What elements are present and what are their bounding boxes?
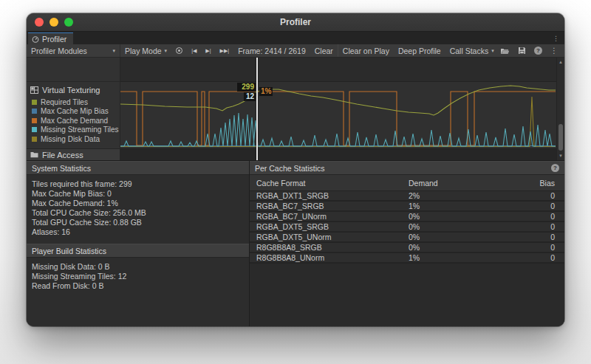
table-row[interactable]: RGBA_DXT5_SRGB0%0 xyxy=(250,222,564,233)
per-cache-pane: Per Cache Statistics ? Cache Format Dema… xyxy=(250,161,564,326)
scroll-down-icon[interactable]: ▼ xyxy=(557,154,564,158)
cell-format: R8G8B8A8_UNorm xyxy=(256,253,409,262)
player-build-statistics-header: Player Build Statistics xyxy=(27,244,249,258)
current-frame-button[interactable]: ▶▶| xyxy=(216,44,234,57)
vt-chart-canvas[interactable] xyxy=(120,82,564,148)
cell-demand: 0% xyxy=(409,233,503,241)
vt-chart-svg xyxy=(120,82,556,148)
virtual-texturing-module[interactable]: Virtual Texturing Required TilesMax Cach… xyxy=(27,82,120,148)
per-cache-table-body: RGBA_DXT1_SRGB2%0RGBA_BC7_SRGB1%0RGBA_BC… xyxy=(250,191,564,264)
table-row[interactable]: RGBA_DXT5_UNorm0%0 xyxy=(250,233,564,243)
chevron-down-icon: ▾ xyxy=(112,48,115,54)
window-title: Profiler xyxy=(27,17,564,27)
tooltip-required-tiles: 299 xyxy=(237,83,256,92)
profiler-toolbar: Profiler Modules ▾ Play Mode ▾ |◀ ▶| ▶▶|… xyxy=(27,44,564,58)
scroll-up-icon[interactable]: ▲ xyxy=(557,60,564,64)
legend-color-chip xyxy=(32,137,37,142)
cell-demand: 1% xyxy=(409,202,503,210)
table-row[interactable]: R8G8B8A8_SRGB0%0 xyxy=(250,243,564,253)
modules-sidebar: Virtual Texturing Required TilesMax Cach… xyxy=(27,58,120,160)
legend-label: Max Cache Demand xyxy=(41,117,108,125)
column-cache-format[interactable]: Cache Format xyxy=(256,179,409,188)
frame-counter: Frame: 2414 / 2619 xyxy=(233,44,310,57)
previous-module-strip xyxy=(27,58,120,82)
previous-frame-icon: |◀ xyxy=(191,48,197,54)
toolbar-menu-icon[interactable]: ⋮ xyxy=(550,47,558,55)
record-button[interactable] xyxy=(171,44,187,57)
per-cache-table-header: Cache Format Demand Bias xyxy=(250,175,564,191)
chart-series-missing-streaming-tiles xyxy=(120,113,556,146)
clear-on-play-toggle[interactable]: Clear on Play xyxy=(338,44,394,57)
system-stat-line: Total GPU Cache Size: 0.88 GB xyxy=(32,218,244,227)
tab-menu-icon[interactable]: ⋮ xyxy=(553,35,559,42)
table-row[interactable]: RGBA_BC7_UNorm0%0 xyxy=(250,212,564,222)
file-access-icon xyxy=(30,151,38,158)
vt-chart-area[interactable]: 299 12 1% ▲ ▼ xyxy=(120,58,564,160)
scrollbar-thumb[interactable] xyxy=(558,124,563,151)
cell-demand: 0% xyxy=(409,212,503,221)
charts-scrollbar[interactable]: ▲ ▼ xyxy=(556,58,564,160)
table-filler xyxy=(250,264,564,326)
cell-demand: 0% xyxy=(409,222,503,231)
column-bias[interactable]: Bias xyxy=(503,179,555,188)
legend-item-required-tiles[interactable]: Required Tiles xyxy=(32,97,120,107)
legend-color-chip xyxy=(32,127,37,132)
cell-format: R8G8B8A8_SRGB xyxy=(256,243,409,252)
vt-legend: Required TilesMax Cache Mip BiasMax Cach… xyxy=(27,96,120,144)
cell-bias: 0 xyxy=(503,233,555,241)
profiler-modules-dropdown[interactable]: Profiler Modules ▾ xyxy=(27,44,120,57)
legend-item-missing-disk-data[interactable]: Missing Disk Data xyxy=(32,134,120,144)
cell-bias: 0 xyxy=(503,222,555,231)
minimize-button[interactable] xyxy=(49,18,58,27)
legend-item-max-cache-demand[interactable]: Max Cache Demand xyxy=(32,116,120,126)
play-mode-dropdown[interactable]: Play Mode ▾ xyxy=(120,44,171,57)
toolbar-right-icons: ? ⋮ xyxy=(500,47,564,55)
cell-format: RGBA_DXT1_SRGB xyxy=(256,191,409,200)
cell-format: RGBA_DXT5_SRGB xyxy=(256,222,409,231)
zoom-button[interactable] xyxy=(64,18,73,27)
legend-color-chip xyxy=(32,109,37,114)
tab-bar: Profiler ⋮ xyxy=(27,32,564,44)
cell-bias: 0 xyxy=(503,243,555,252)
help-icon[interactable]: ? xyxy=(534,47,542,55)
next-frame-button[interactable]: ▶| xyxy=(201,44,215,57)
load-profile-icon[interactable] xyxy=(500,47,510,55)
deep-profile-toggle[interactable]: Deep Profile xyxy=(394,44,445,57)
playhead-line[interactable] xyxy=(256,58,258,160)
table-row[interactable]: RGBA_DXT1_SRGB2%0 xyxy=(250,191,564,202)
player-build-stat-line: Missing Disk Data: 0 B xyxy=(32,262,244,272)
details-region: System Statistics Tiles required this fr… xyxy=(27,161,564,326)
help-icon[interactable]: ? xyxy=(551,164,559,172)
previous-frame-button[interactable]: |◀ xyxy=(187,44,201,57)
profiler-gauge-icon xyxy=(32,35,39,43)
module-title: File Access xyxy=(42,151,83,159)
legend-item-max-cache-mip-bias[interactable]: Max Cache Mip Bias xyxy=(32,107,120,117)
legend-label: Missing Streaming Tiles xyxy=(41,126,119,134)
system-stat-line: Total CPU Cache Size: 256.0 MB xyxy=(32,208,244,218)
cell-demand: 2% xyxy=(409,191,503,200)
column-demand[interactable]: Demand xyxy=(409,179,503,188)
cell-format: RGBA_BC7_SRGB xyxy=(256,202,409,210)
file-access-chart-strip xyxy=(120,148,564,160)
cell-format: RGBA_DXT5_UNorm xyxy=(256,233,409,241)
table-row[interactable]: R8G8B8A8_UNorm1%0 xyxy=(250,253,564,264)
tab-profiler[interactable]: Profiler xyxy=(28,32,73,44)
save-profile-icon[interactable] xyxy=(518,47,526,55)
virtual-texturing-header[interactable]: Virtual Texturing xyxy=(27,85,120,96)
profiler-window: Profiler Profiler ⋮ Profiler Modules ▾ P… xyxy=(27,13,564,326)
system-stat-line: Max Cache Demand: 1% xyxy=(32,199,244,208)
table-row[interactable]: RGBA_BC7_SRGB1%0 xyxy=(250,202,564,212)
file-access-module[interactable]: File Access xyxy=(27,148,120,160)
close-button[interactable] xyxy=(35,18,44,27)
clear-button[interactable]: Clear xyxy=(310,44,338,57)
system-stat-line: Atlases: 16 xyxy=(32,227,244,237)
titlebar[interactable]: Profiler xyxy=(27,13,564,32)
call-stacks-dropdown[interactable]: Call Stacks ▾ xyxy=(445,44,499,57)
module-title: Virtual Texturing xyxy=(42,86,100,95)
legend-color-chip xyxy=(32,100,37,105)
legend-item-missing-streaming-tiles[interactable]: Missing Streaming Tiles xyxy=(32,126,120,135)
system-statistics-body: Tiles required this frame: 299Max Cache … xyxy=(27,175,249,244)
cell-bias: 0 xyxy=(503,202,555,210)
chevron-down-icon: ▾ xyxy=(491,48,494,54)
tab-label: Profiler xyxy=(42,35,66,44)
